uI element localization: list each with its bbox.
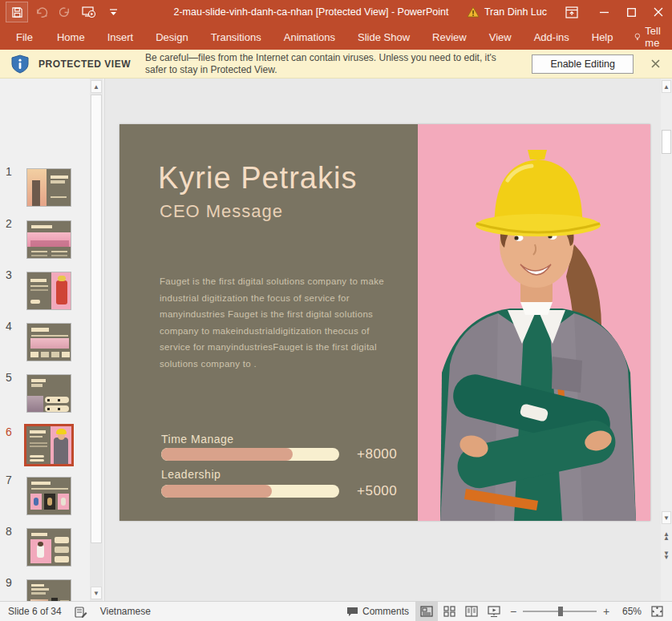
language-indicator[interactable]: Vietnamese xyxy=(94,602,157,621)
main-scrollbar[interactable]: ▲ ▼ ▲▲ ▼▼ xyxy=(661,79,672,601)
thumb-number-5: 5 xyxy=(6,371,12,384)
thumb-number-2: 2 xyxy=(6,217,12,230)
thumb-number-6: 6 xyxy=(6,425,12,438)
enable-editing-button[interactable]: Enable Editing xyxy=(532,54,634,74)
maximize-button[interactable] xyxy=(617,0,645,24)
slide-thumbnail-3[interactable] xyxy=(26,272,71,310)
protected-view-banner: PROTECTED VIEW Be careful—files from the… xyxy=(0,50,672,79)
user-name: Tran Dinh Luc xyxy=(484,6,547,18)
tab-file[interactable]: File xyxy=(3,24,46,50)
tab-help[interactable]: Help xyxy=(581,24,625,50)
thumb-number-4: 4 xyxy=(6,320,12,333)
slide-thumbnail-8[interactable] xyxy=(26,528,71,567)
thumbnail-scrollbar-thumb[interactable] xyxy=(91,95,102,543)
tab-home[interactable]: Home xyxy=(46,24,96,50)
slide-thumbnail-5[interactable] xyxy=(26,374,71,413)
slide-thumbnail-panel: 1 2 3 4 xyxy=(0,79,104,601)
thumb-number-9: 9 xyxy=(6,576,12,589)
skill-value-1: +8000 xyxy=(357,446,413,462)
quick-access-toolbar xyxy=(0,2,123,22)
protected-view-label: PROTECTED VIEW xyxy=(38,58,131,70)
comments-icon xyxy=(346,607,358,617)
zoom-in-icon[interactable]: + xyxy=(598,602,614,621)
customize-qat-icon[interactable] xyxy=(103,2,123,22)
warning-icon xyxy=(467,6,480,18)
tab-design[interactable]: Design xyxy=(144,24,199,50)
slide-body-text: Fauget is the first digital solutions co… xyxy=(160,273,402,372)
spellcheck-icon[interactable] xyxy=(68,602,94,621)
thumb-number-1: 1 xyxy=(6,165,12,178)
current-slide[interactable]: Kyrie Petrakis CEO Message Fauget is the… xyxy=(119,124,650,521)
slide-text-panel: Kyrie Petrakis CEO Message Fauget is the… xyxy=(119,124,418,521)
ceo-photo xyxy=(418,124,650,521)
scroll-down-icon[interactable]: ▼ xyxy=(662,511,671,524)
tell-me-box[interactable]: Tell me xyxy=(625,25,672,49)
undo-icon[interactable] xyxy=(30,2,51,22)
fit-slide-to-window-icon[interactable] xyxy=(645,602,669,621)
tab-review[interactable]: Review xyxy=(421,24,478,50)
tab-slideshow[interactable]: Slide Show xyxy=(346,24,421,50)
thumbnail-scroll-down-icon[interactable]: ▼ xyxy=(91,587,102,599)
tab-animations[interactable]: Animations xyxy=(273,24,346,50)
slide-subtitle: CEO Message xyxy=(160,201,283,222)
previous-slide-icon[interactable]: ▲▲ xyxy=(662,529,671,543)
normal-view-button[interactable] xyxy=(415,602,438,621)
zoom-out-icon[interactable]: − xyxy=(505,602,521,621)
thumbnail-scrollbar[interactable]: ▲ ▼ xyxy=(90,79,103,601)
slide-thumbnail-6-selected[interactable] xyxy=(24,424,74,466)
slide-canvas: Kyrie Petrakis CEO Message Fauget is the… xyxy=(104,79,661,601)
title-bar: 2-mau-slide-vinh-danh-ca-nhan [Protected… xyxy=(0,0,672,24)
reading-view-button[interactable] xyxy=(460,602,483,621)
comments-button[interactable]: Comments xyxy=(340,602,415,621)
window-controls xyxy=(590,0,672,24)
thumb-number-7: 7 xyxy=(6,474,12,486)
save-icon[interactable] xyxy=(6,2,27,22)
main-scrollbar-thumb[interactable] xyxy=(662,130,671,154)
slide-thumbnail-7[interactable] xyxy=(26,477,71,515)
slide-counter[interactable]: Slide 6 of 34 xyxy=(0,602,68,621)
thumbnail-scroll-up-icon[interactable]: ▲ xyxy=(91,80,102,93)
scroll-up-icon[interactable]: ▲ xyxy=(662,80,671,93)
powerpoint-window: 2-mau-slide-vinh-danh-ca-nhan [Protected… xyxy=(0,0,672,621)
skill-bar-2-fill xyxy=(161,485,272,498)
slideshow-view-button[interactable] xyxy=(483,602,505,621)
zoom-slider-thumb[interactable] xyxy=(558,607,563,616)
account-info[interactable]: Tran Dinh Luc xyxy=(467,6,547,18)
close-button[interactable] xyxy=(645,0,672,24)
tab-transitions[interactable]: Transitions xyxy=(200,24,273,50)
thumb-number-3: 3 xyxy=(6,268,12,281)
protected-view-message: Be careful—files from the Internet can c… xyxy=(145,52,506,76)
zoom-slider[interactable] xyxy=(523,611,597,612)
skill-value-2: +5000 xyxy=(357,483,413,499)
skill-label-1: Time Manage xyxy=(161,433,234,446)
tab-addins[interactable]: Add-ins xyxy=(523,24,581,50)
skill-bar-2 xyxy=(161,485,339,498)
ribbon-tabs: File Home Insert Design Transitions Anim… xyxy=(0,24,672,50)
next-slide-icon[interactable]: ▼▼ xyxy=(662,548,671,563)
slide-sorter-button[interactable] xyxy=(438,602,460,621)
skill-bar-1 xyxy=(161,448,339,461)
minimize-button[interactable] xyxy=(590,0,617,24)
tab-insert[interactable]: Insert xyxy=(96,24,145,50)
start-slideshow-icon[interactable] xyxy=(79,2,99,22)
lightbulb-icon xyxy=(634,30,641,43)
skill-bar-1-fill xyxy=(161,448,293,461)
shield-info-icon xyxy=(11,54,29,74)
status-bar: Slide 6 of 34 Vietnamese Comments − xyxy=(0,601,672,621)
slide-thumbnail-1[interactable] xyxy=(26,168,71,207)
skill-label-2: Leadership xyxy=(161,468,221,481)
zoom-percentage[interactable]: 65% xyxy=(614,606,645,617)
tab-view[interactable]: View xyxy=(478,24,523,50)
thumb-number-8: 8 xyxy=(6,525,12,538)
banner-close-icon[interactable] xyxy=(645,54,666,75)
slide-thumbnail-4[interactable] xyxy=(26,323,71,361)
redo-icon[interactable] xyxy=(55,2,75,22)
window-title: 2-mau-slide-vinh-danh-ca-nhan [Protected… xyxy=(156,6,467,18)
ribbon-display-options-icon[interactable] xyxy=(558,0,585,24)
slide-thumbnail-2[interactable] xyxy=(26,220,71,259)
slide-title: Kyrie Petrakis xyxy=(158,161,357,196)
